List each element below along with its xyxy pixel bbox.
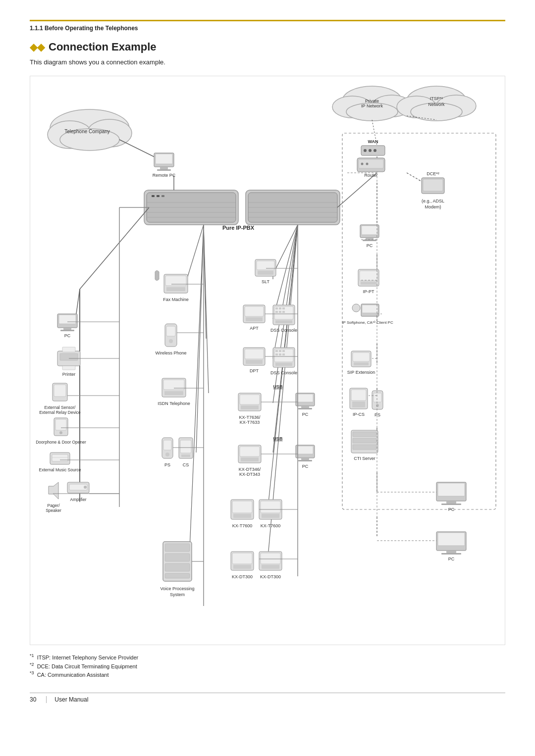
ps-right: PS <box>372 391 383 417</box>
svg-text:Wireless Phone: Wireless Phone <box>155 351 186 355</box>
svg-point-154 <box>84 486 87 489</box>
svg-rect-193 <box>275 307 278 309</box>
svg-text:KX-T7600: KX-T7600 <box>232 523 253 528</box>
router: Router <box>357 158 385 178</box>
svg-text:Printer: Printer <box>62 372 76 377</box>
svg-text:ITSP*¹: ITSP*¹ <box>430 96 443 101</box>
svg-text:KX-DT300: KX-DT300 <box>260 574 281 579</box>
dss-console-bottom: DSS Console <box>270 348 297 375</box>
svg-text:Modem): Modem) <box>425 204 441 209</box>
svg-point-96 <box>352 304 360 312</box>
svg-point-79 <box>361 163 364 165</box>
svg-text:KX-T7633: KX-T7633 <box>240 420 260 425</box>
svg-rect-245 <box>233 565 251 569</box>
svg-marker-149 <box>49 482 58 499</box>
svg-text:Voice Processing: Voice Processing <box>160 586 194 591</box>
svg-text:Fax Machine: Fax Machine <box>163 297 189 302</box>
amplifier: Amplifier <box>67 482 89 502</box>
svg-point-73 <box>364 149 367 152</box>
ext-music: External Music Source <box>39 453 81 472</box>
svg-rect-199 <box>275 320 292 323</box>
ip-pt: IP-PT <box>358 269 379 294</box>
svg-text:Network: Network <box>428 102 445 107</box>
svg-rect-125 <box>441 553 461 554</box>
svg-rect-213 <box>275 363 292 366</box>
svg-rect-180 <box>165 573 190 578</box>
pc-right-mid2: PC <box>436 532 466 561</box>
svg-rect-102 <box>354 362 369 365</box>
fax-machine: Fax Machine <box>155 271 189 302</box>
svg-text:SLT: SLT <box>262 279 269 284</box>
itsp-cloud: ITSP*¹ Network <box>397 86 476 121</box>
svg-point-110 <box>376 404 379 407</box>
svg-point-75 <box>374 149 376 152</box>
subtitle-text: This diagram shows you a connection exam… <box>30 58 505 66</box>
footnotes: *1 ITSP: Internet Telephony Service Prov… <box>30 653 505 678</box>
svg-rect-98 <box>362 305 378 313</box>
svg-rect-209 <box>282 350 285 352</box>
pc-center-mid2: PC <box>296 445 315 469</box>
svg-point-162 <box>169 339 173 343</box>
svg-rect-237 <box>233 514 251 518</box>
telephone-company-cloud: Telephone Company <box>48 109 132 151</box>
svg-rect-248 <box>261 553 280 564</box>
svg-rect-94 <box>361 282 376 285</box>
svg-text:ISDN Telephone: ISDN Telephone <box>158 401 190 406</box>
section-title: 1.1.1 Before Operating the Telephones <box>30 25 138 32</box>
svg-text:Private: Private <box>365 99 379 103</box>
svg-point-143 <box>59 431 62 434</box>
remote-pc: Remote PC <box>153 153 176 178</box>
svg-line-43 <box>196 225 204 453</box>
svg-rect-185 <box>258 271 273 275</box>
svg-rect-194 <box>279 307 281 309</box>
usb-label-2: USB <box>273 436 283 441</box>
svg-line-42 <box>204 225 209 393</box>
svg-rect-119 <box>446 501 456 504</box>
svg-rect-226 <box>240 447 260 456</box>
svg-text:KX-T7600: KX-T7600 <box>261 523 281 528</box>
svg-line-53 <box>337 173 377 207</box>
svg-rect-217 <box>241 405 259 409</box>
title-text: Connection Example <box>49 41 157 53</box>
svg-rect-179 <box>165 563 190 571</box>
svg-text:IP-PT: IP-PT <box>363 289 374 294</box>
wireless-phone: Wireless Phone <box>155 324 186 355</box>
section-header: 1.1.1 Before Operating the Telephones <box>30 20 505 32</box>
svg-text:PC: PC <box>448 556 455 561</box>
svg-text:PC: PC <box>302 464 309 469</box>
kxdt346: KX-DT346/ KX-DT343 <box>238 445 261 477</box>
apt: APT <box>243 305 265 331</box>
svg-rect-120 <box>441 504 461 505</box>
footnote-1: *1 ITSP: Internet Telephony Service Prov… <box>30 653 505 660</box>
svg-text:SIP Extension: SIP Extension <box>347 370 375 375</box>
svg-rect-113 <box>353 432 376 437</box>
svg-rect-231 <box>297 446 313 454</box>
svg-text:Doorphone & Door Opener: Doorphone & Door Opener <box>36 440 86 445</box>
svg-rect-249 <box>262 565 279 569</box>
svg-rect-24 <box>161 195 164 197</box>
slt: SLT <box>255 259 276 284</box>
svg-rect-188 <box>245 306 264 316</box>
wan-router: WAN <box>361 139 385 155</box>
svg-rect-138 <box>54 385 66 397</box>
svg-rect-93 <box>360 271 377 281</box>
svg-rect-210 <box>275 353 278 355</box>
svg-rect-169 <box>163 440 171 450</box>
svg-rect-124 <box>446 551 456 553</box>
svg-text:PC: PC <box>367 243 373 248</box>
svg-rect-129 <box>63 328 71 330</box>
svg-rect-114 <box>353 438 376 443</box>
usb-label-1: USB <box>273 384 283 389</box>
svg-rect-212 <box>282 353 285 355</box>
svg-text:IP Softphone, CA*³ Client PC: IP Softphone, CA*³ Client PC <box>342 320 393 325</box>
svg-text:(e.g., ADSL: (e.g., ADSL <box>422 199 444 203</box>
svg-text:PS: PS <box>164 462 170 467</box>
footnote-3: *3 CA: Communication Assistant <box>30 670 505 678</box>
svg-rect-216 <box>240 395 260 404</box>
svg-text:Pager/: Pager/ <box>47 503 60 508</box>
doc-type: User Manual <box>46 696 88 703</box>
svg-text:APT: APT <box>250 326 259 331</box>
svg-rect-223 <box>298 408 312 409</box>
page-title: ◆◆ Connection Example <box>30 41 505 53</box>
page-number: 30 <box>30 696 36 703</box>
